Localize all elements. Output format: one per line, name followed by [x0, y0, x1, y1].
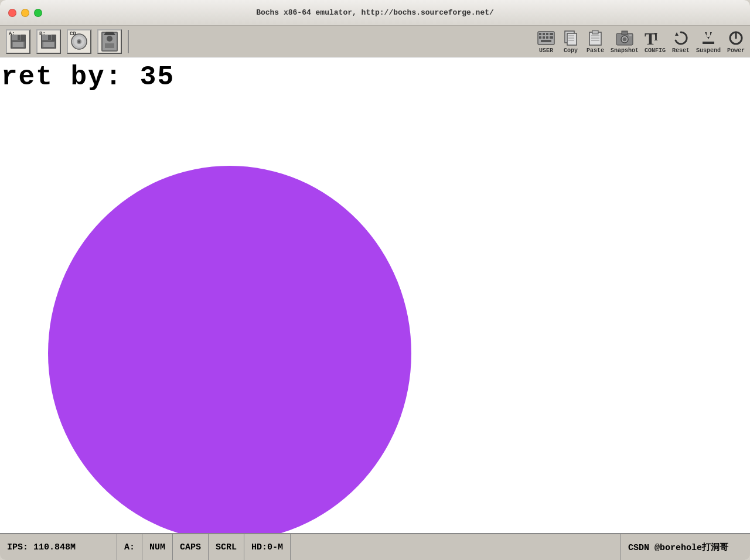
- svg-rect-8: [43, 42, 54, 47]
- scrl-label: SCRL: [216, 542, 237, 552]
- keyboard-icon: [537, 30, 555, 46]
- svg-rect-27: [541, 40, 551, 42]
- svg-rect-9: [48, 35, 51, 40]
- paste-icon: [586, 29, 605, 47]
- svg-rect-24: [543, 36, 545, 39]
- svg-rect-26: [550, 36, 553, 39]
- scrl-segment: SCRL: [209, 534, 244, 560]
- svg-point-13: [78, 40, 80, 43]
- svg-rect-20: [543, 33, 545, 35]
- toolbar-right: USER Copy: [536, 28, 746, 55]
- user-icon: [537, 29, 555, 47]
- svg-rect-25: [546, 36, 548, 39]
- copy-svg-icon: [562, 30, 579, 46]
- svg-rect-17: [105, 43, 114, 48]
- user-label: USER: [539, 47, 553, 54]
- power-svg-icon: [728, 30, 744, 46]
- window-title: Bochs x86-64 emulator, http://bochs.sour…: [256, 8, 494, 17]
- reset-icon: [671, 29, 690, 47]
- copy-label: Copy: [564, 47, 578, 54]
- toolbar-separator-1: [128, 30, 129, 53]
- config-button[interactable]: T I CONFIG: [643, 28, 667, 55]
- toolbar: A: B:: [0, 26, 750, 57]
- user-button[interactable]: USER: [536, 28, 557, 55]
- paste-label: Paste: [587, 47, 604, 54]
- power-icon: [727, 29, 745, 47]
- status-bar: IPS: 110.848M A: NUM CAPS SCRL HD:0-M CS…: [0, 533, 750, 560]
- paste-svg-icon: [587, 30, 604, 46]
- snapshot-label: Snapshot: [611, 47, 639, 54]
- drive-b-icon: B:: [36, 29, 61, 54]
- svg-rect-23: [539, 36, 541, 39]
- usb-icon: [97, 29, 122, 54]
- svg-marker-43: [675, 32, 679, 36]
- drive-b-button[interactable]: B:: [34, 28, 63, 55]
- camera-icon: [615, 30, 634, 46]
- svg-rect-39: [622, 31, 628, 35]
- reset-label: Reset: [672, 47, 690, 54]
- drive-a-segment: A:: [117, 534, 142, 560]
- minimize-button[interactable]: [21, 9, 29, 17]
- caps-label: CAPS: [180, 542, 201, 552]
- drive-b-label: B:: [39, 31, 46, 37]
- snapshot-button[interactable]: Snapshot: [609, 28, 640, 55]
- cdrom-label: CD: [70, 31, 76, 37]
- svg-rect-29: [567, 33, 577, 45]
- num-segment: NUM: [142, 534, 173, 560]
- power-label: Power: [727, 47, 745, 54]
- svg-rect-44: [703, 42, 714, 44]
- svg-point-41: [622, 37, 626, 42]
- caps-segment: CAPS: [173, 534, 209, 560]
- ips-value: 110.848M: [33, 542, 76, 552]
- emulator-display[interactable]: ret by: 35: [0, 57, 750, 533]
- suspend-svg-icon: [700, 30, 717, 46]
- suspend-button[interactable]: Suspend: [695, 28, 722, 55]
- drive-a-label: A:: [9, 31, 15, 37]
- emulator-output-text: ret by: 35: [1, 62, 175, 93]
- svg-rect-42: [629, 35, 632, 36]
- close-button[interactable]: [8, 9, 16, 17]
- toolbar-left: A: B:: [4, 28, 533, 55]
- maximize-button[interactable]: [34, 9, 42, 17]
- config-icon: T I: [645, 29, 666, 47]
- suspend-icon: [699, 29, 718, 47]
- svg-point-16: [107, 36, 112, 42]
- cdrom-icon: CD: [67, 29, 91, 54]
- power-button[interactable]: Power: [725, 28, 746, 55]
- hd-label: HD:0-M: [251, 542, 283, 552]
- ips-label: IPS:: [7, 542, 28, 552]
- snapshot-icon: [615, 29, 634, 47]
- svg-rect-22: [550, 33, 553, 35]
- emulator-circle: [48, 166, 411, 533]
- svg-rect-4: [18, 35, 21, 40]
- copy-button[interactable]: Copy: [560, 28, 581, 55]
- usb-device-icon: [99, 30, 120, 53]
- svg-rect-34: [592, 30, 598, 34]
- svg-rect-19: [539, 33, 541, 35]
- drive-a-button[interactable]: A:: [4, 28, 33, 55]
- num-label: NUM: [149, 542, 165, 552]
- csdn-segment: CSDN @borehole打洞哥: [621, 534, 750, 560]
- csdn-label: CSDN @borehole打洞哥: [628, 542, 728, 553]
- title-bar: Bochs x86-64 emulator, http://bochs.sour…: [0, 0, 750, 26]
- reset-button[interactable]: Reset: [670, 28, 691, 55]
- reset-svg-icon: [673, 30, 689, 46]
- spacer-segment: [291, 534, 621, 560]
- svg-rect-3: [13, 42, 23, 47]
- hd-segment: HD:0-M: [244, 534, 291, 560]
- drive-a-icon: A:: [6, 29, 30, 54]
- copy-icon: [561, 29, 580, 47]
- drive-a-status-label: A:: [124, 542, 135, 552]
- paste-button[interactable]: Paste: [585, 28, 606, 55]
- cdrom-button[interactable]: CD: [64, 28, 94, 55]
- suspend-label: Suspend: [696, 47, 721, 54]
- svg-rect-21: [546, 33, 548, 35]
- usb-button[interactable]: [95, 28, 124, 55]
- ips-segment: IPS: 110.848M: [0, 534, 117, 560]
- window-controls[interactable]: [8, 9, 42, 17]
